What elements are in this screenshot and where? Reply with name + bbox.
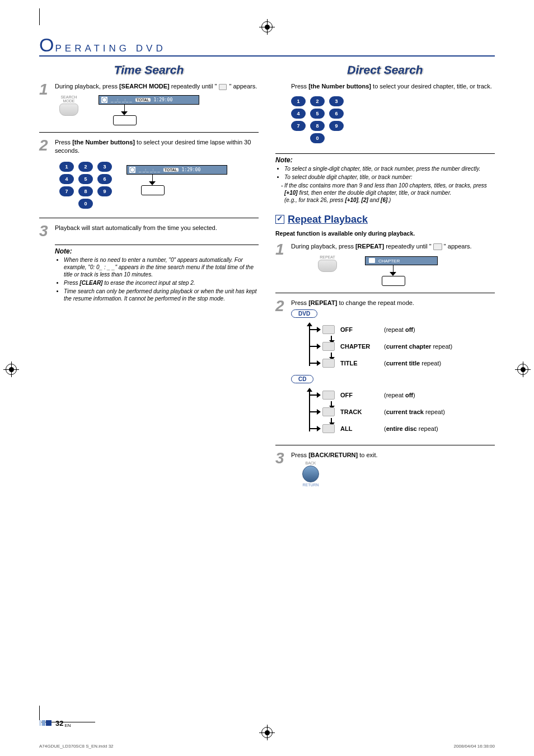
num-1-button: 1 (291, 96, 306, 106)
repeat-icon (433, 243, 442, 250)
cycle-mode-desc: (current chapter repeat) (384, 343, 452, 350)
header-text: PERATING DVD (55, 43, 166, 54)
num-0-button: 0 (78, 199, 93, 209)
cycle-row: OFF(repeat off) (317, 321, 495, 338)
cycle-mode-desc: (repeat off) (384, 326, 415, 333)
num-3-button: 3 (329, 96, 344, 106)
num-5-button: 5 (310, 109, 325, 119)
direct-search-title: Direct Search (275, 63, 495, 77)
clock-icon (129, 167, 135, 173)
dvd-label: DVD (291, 309, 317, 318)
cd-label: CD (291, 375, 313, 383)
num-6-button: 6 (97, 174, 112, 184)
num-5-button: 5 (78, 174, 93, 184)
num-0-button: 0 (310, 133, 325, 143)
cycle-mode-desc: (current title repeat) (384, 360, 441, 367)
back-return-button: BACK RETURN (302, 461, 319, 487)
cycle-row: CHAPTER(current chapter repeat) (317, 338, 495, 355)
repeat-subhead: Repeat function is available only during… (275, 230, 495, 237)
num-1-button: 1 (59, 162, 74, 172)
num-7-button: 7 (59, 186, 74, 196)
page-number: 32 EN (39, 719, 73, 727)
search-mode-button: SEARCH MODE (59, 95, 78, 116)
number-pad: 1 2 3 4 5 6 7 8 9 0 (59, 162, 112, 209)
num-9-button: 9 (97, 186, 112, 196)
repeat-icon (369, 258, 375, 263)
time-search-title: Time Search (39, 63, 259, 77)
cycle-row: ALL(entire disc repeat) (317, 420, 495, 437)
time-search-step-1: 1 During playback, press [SEARCH MODE] r… (39, 82, 259, 125)
direct-search-note: Note: To select a single-digit chapter, … (275, 153, 495, 204)
clock-icon (101, 97, 107, 103)
cycle-row: TITLE(current title repeat) (317, 355, 495, 372)
num-8-button: 8 (78, 186, 93, 196)
cycle-mode-label: CHAPTER (340, 343, 378, 350)
repeat-step-1: 1 During playback, press [REPEAT] repeat… (275, 242, 495, 286)
cycle-row: OFF(repeat off) (317, 387, 495, 403)
cycle-mode-desc: (entire disc repeat) (384, 425, 438, 432)
check-icon (275, 215, 284, 224)
num-7-button: 7 (291, 121, 306, 131)
registration-mark-icon (517, 364, 528, 375)
cycle-mode-desc: (current track repeat) (384, 408, 445, 415)
num-9-button: 9 (329, 121, 344, 131)
num-4-button: 4 (59, 174, 74, 184)
print-footer: A74GDUE_LD370SC8 S_EN.indd 32 2008/04/04… (39, 744, 495, 749)
repeat-mode-icon (322, 359, 335, 368)
cycle-mode-label: TRACK (340, 408, 378, 415)
number-pad: 1 2 3 4 5 6 7 8 9 0 (291, 96, 495, 143)
section-header: O PERATING DVD (39, 36, 495, 57)
repeat-mode-icon (322, 424, 335, 433)
repeat-step-3: 3 Press [BACK/RETURN] to exit. BACK RETU… (275, 451, 495, 487)
dvd-cycle-diagram: OFF(repeat off)CHAPTER(current chapter r… (302, 321, 495, 372)
time-search-note: Note: When there is no need to enter a n… (55, 245, 259, 302)
repeat-mode-icon (322, 325, 335, 334)
cycle-mode-label: ALL (340, 425, 378, 432)
num-3-button: 3 (97, 162, 112, 172)
cycle-mode-label: OFF (340, 326, 378, 333)
osd-repeat-display: CHAPTER (365, 256, 438, 265)
osd-time-display: _ _:_ _:_ _ TOTAL 1:29:00 (99, 95, 199, 105)
registration-mark-icon (261, 21, 273, 32)
repeat-mode-icon (322, 391, 335, 400)
registration-mark-icon (6, 364, 17, 375)
num-2-button: 2 (78, 162, 93, 172)
clock-icon (219, 84, 227, 90)
repeat-step-2: 2 Press [REPEAT] to change the repeat mo… (275, 299, 495, 438)
cycle-mode-desc: (repeat off) (384, 392, 415, 398)
repeat-mode-icon (322, 342, 335, 351)
cd-cycle-diagram: OFF(repeat off)TRACK(current track repea… (302, 387, 495, 437)
num-8-button: 8 (310, 121, 325, 131)
cycle-mode-label: TITLE (340, 360, 378, 367)
right-column: Direct Search Press [the Number buttons]… (275, 63, 495, 494)
header-initial: O (39, 36, 54, 54)
left-column: Time Search 1 During playback, press [SE… (39, 63, 259, 494)
cycle-row: TRACK(current track repeat) (317, 403, 495, 420)
num-4-button: 4 (291, 109, 306, 119)
num-6-button: 6 (329, 109, 344, 119)
num-2-button: 2 (310, 96, 325, 106)
repeat-playback-heading: Repeat Playback (275, 214, 495, 226)
repeat-mode-icon (322, 407, 335, 416)
time-search-step-2: 2 Press [the Number buttons] to select y… (39, 138, 259, 211)
time-search-step-3: 3 Playback will start automatically from… (39, 224, 259, 238)
repeat-button: REPEAT (318, 255, 337, 272)
osd-time-display: _ _:_ _:_ _ TOTAL 1:29:00 (127, 165, 227, 175)
cycle-mode-label: OFF (340, 392, 378, 398)
